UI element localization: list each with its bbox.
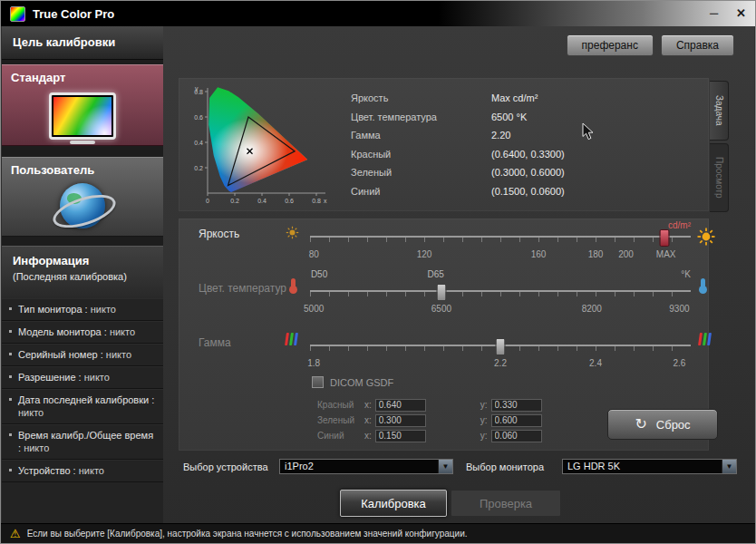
red-x-field[interactable] <box>375 399 426 412</box>
svg-text:0.2: 0.2 <box>194 165 203 171</box>
reset-button[interactable]: ↻ Сброс <box>607 409 718 440</box>
main-area: преферанс Справка <box>163 26 754 523</box>
rgb-curves-icon <box>286 333 297 345</box>
sidebar-item-user[interactable]: Пользователь <box>2 157 163 237</box>
dicom-label: DICOM GSDF <box>330 377 393 388</box>
monitor-select-value: LG HDR 5K <box>563 460 722 473</box>
brightness-handle[interactable] <box>659 229 669 247</box>
minimize-button[interactable]: ─ <box>710 1 718 26</box>
svg-text:0.4: 0.4 <box>257 198 267 204</box>
red-y-field[interactable] <box>491 399 542 412</box>
table-row: Синий(0.1500, 0.0600) <box>351 182 695 201</box>
list-item: Разрешение : никто <box>2 366 163 389</box>
green-x-field[interactable] <box>375 414 426 427</box>
blue-x-field[interactable] <box>375 430 426 442</box>
target-panel: y 0.8 0.6 0.4 0.2 0 0.2 0.4 0.6 0.8 x Яр… <box>179 78 709 211</box>
tick-label: 9300 <box>669 304 689 314</box>
svg-text:0.6: 0.6 <box>194 114 203 121</box>
chevron-down-icon[interactable]: ▼ <box>722 460 736 473</box>
preset-d50-label: D50 <box>311 269 327 279</box>
temperature-slider[interactable] <box>310 287 691 298</box>
dicom-row: DICOM GSDF <box>312 376 393 388</box>
x-axis-label: x: <box>364 400 372 410</box>
sidebar: Цель калибровки Стандарт Пользователь Ин… <box>2 26 163 523</box>
user-label: Пользователь <box>2 158 163 177</box>
info-label: Устройство : <box>18 465 76 476</box>
info-value: никто <box>24 442 49 453</box>
tick-label: 120 <box>417 249 432 259</box>
tick-label: 2.4 <box>589 358 602 368</box>
chevron-down-icon[interactable]: ▼ <box>438 460 452 473</box>
info-value: никто <box>91 304 116 315</box>
gamma-scale: 1.8 2.2 2.4 2.6 <box>310 358 691 371</box>
info-label: Тип монитора : <box>18 304 88 315</box>
row-value: 2.20 <box>491 130 510 141</box>
info-value: никто <box>110 326 135 337</box>
device-select[interactable]: i1Pro2 ▼ <box>279 459 453 474</box>
info-value: никто <box>106 349 131 360</box>
statusbar: ⚠ Если вы выберите [Калибровка], настрой… <box>1 523 755 543</box>
app-window: True Color Pro ─ ✕ Цель калибровки Станд… <box>0 0 756 544</box>
row-label: Зеленый <box>351 167 491 178</box>
blue-y-field[interactable] <box>491 430 542 442</box>
svg-text:0.4: 0.4 <box>194 140 203 146</box>
thermometer-cool-icon <box>701 278 705 288</box>
list-item: Тип монитора : никто <box>2 298 163 321</box>
table-row: Цвет. температура6500 °K <box>351 108 695 127</box>
row-label: Гамма <box>351 130 491 141</box>
monitor-screen-gradient <box>53 97 111 135</box>
tab-preview[interactable]: Просмотр <box>710 143 729 212</box>
coord-label-green: Зеленый <box>317 415 364 425</box>
temperature-handle[interactable] <box>436 284 446 301</box>
list-item: Модель монитора : никто <box>2 321 163 344</box>
row-value: 6500 °K <box>491 112 527 122</box>
info-label: Серийный номер : <box>18 349 103 360</box>
coord-label-blue: Синий <box>317 431 364 441</box>
tick-label: 160 <box>531 249 547 259</box>
status-message: Если вы выберите [Калибровка], настройка… <box>27 529 468 539</box>
calibration-goal-header: Цель калибровки <box>2 26 163 60</box>
app-icon <box>10 6 25 22</box>
gamma-handle[interactable] <box>496 338 506 355</box>
coord-row-blue: Синий x: y: <box>317 429 555 442</box>
cie-chromaticity-diagram: y 0.8 0.6 0.4 0.2 0 0.2 0.4 0.6 0.8 x <box>188 83 337 207</box>
help-button[interactable]: Справка <box>661 34 734 56</box>
brightness-label: Яркость <box>199 228 239 240</box>
table-row: Гамма2.20 <box>351 126 695 145</box>
monitor-select[interactable]: LG HDR 5K ▼ <box>562 459 737 474</box>
tab-task[interactable]: Задача <box>710 81 729 141</box>
info-label: Дата последней калибровки : <box>18 394 154 405</box>
tick-label: 180 <box>588 249 604 259</box>
coord-row-green: Зеленый x: y: <box>317 413 555 427</box>
tick-label: 5000 <box>304 304 324 314</box>
verify-button[interactable]: Проверка <box>451 490 561 517</box>
tick-label: 80 <box>309 249 319 259</box>
row-label: Красный <box>351 149 491 160</box>
svg-text:x: x <box>324 198 327 204</box>
coord-row-red: Красный x: y: <box>317 398 555 412</box>
info-label: Модель монитора : <box>18 326 107 337</box>
info-value: никто <box>79 465 104 476</box>
brightness-scale: 80 120 160 180 200 MAX <box>310 249 691 262</box>
preference-button[interactable]: преферанс <box>567 34 654 56</box>
close-button[interactable]: ✕ <box>736 1 746 26</box>
reset-icon: ↻ <box>635 417 646 432</box>
rgb-curves-icon <box>699 333 711 345</box>
tick-label: 2.2 <box>494 358 507 368</box>
green-y-field[interactable] <box>491 414 542 427</box>
svg-text:0.8: 0.8 <box>312 198 321 204</box>
svg-text:0.2: 0.2 <box>230 198 239 204</box>
target-values-table: ЯркостьMax cd/m² Цвет. температура6500 °… <box>351 89 695 200</box>
calibrate-button[interactable]: Калибровка <box>340 490 447 517</box>
last-calibration-info-list: Тип монитора : никто Модель монитора : н… <box>2 298 163 523</box>
row-value: (0.3000, 0.6000) <box>491 167 565 178</box>
sidebar-item-standard[interactable]: Стандарт <box>2 64 163 146</box>
temperature-label: Цвет. температур <box>199 282 286 295</box>
dicom-checkbox[interactable] <box>312 376 324 388</box>
info-header: Информация (Последняя калибровка) <box>2 246 163 300</box>
temperature-track-line <box>310 290 691 292</box>
row-value: (0.1500, 0.0600) <box>491 186 565 197</box>
brightness-slider[interactable] <box>310 233 691 244</box>
row-label: Яркость <box>351 92 491 103</box>
gamma-slider[interactable] <box>310 342 691 353</box>
